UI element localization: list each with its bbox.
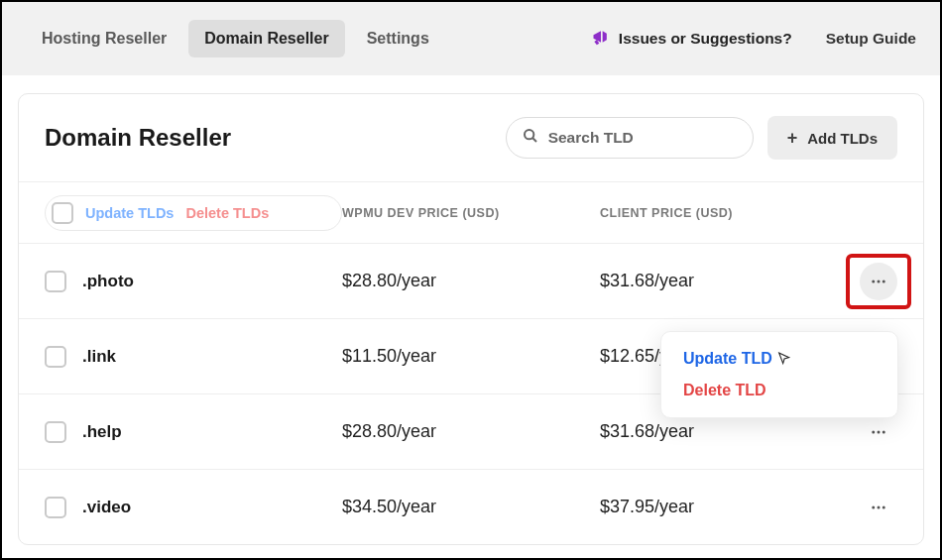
svg-point-9	[878, 430, 881, 433]
search-icon	[523, 128, 538, 148]
row-more-button[interactable]	[860, 413, 897, 451]
panel-actions: + Add TLDs	[506, 116, 897, 160]
client-price: $37.95/year	[600, 497, 828, 517]
svg-point-11	[872, 505, 875, 508]
cursor-icon	[776, 351, 792, 367]
tld-name: .link	[82, 347, 116, 367]
svg-point-3	[878, 280, 881, 282]
svg-point-4	[883, 280, 885, 282]
bulk-actions-pill: Update TLDs Delete TLDs	[45, 195, 342, 231]
issues-link[interactable]: Issues or Suggestions?	[591, 27, 792, 52]
svg-point-12	[878, 505, 881, 508]
table-row: .photo $28.80/year $31.68/year	[19, 243, 923, 318]
wpmu-price: $28.80/year	[342, 271, 600, 291]
row-checkbox[interactable]	[45, 271, 66, 292]
wpmu-price: $28.80/year	[342, 421, 600, 442]
svg-point-10	[883, 430, 885, 433]
svg-point-0	[525, 130, 533, 139]
row-more-button[interactable]	[860, 263, 897, 300]
table-row: .video $34.50/year $37.95/year	[19, 469, 923, 544]
page-title: Domain Reseller	[45, 124, 231, 152]
svg-point-2	[872, 280, 875, 282]
dropdown-update-label: Update TLD	[683, 350, 772, 368]
table-header-row: Update TLDs Delete TLDs WPMU DEV PRICE (…	[19, 181, 923, 243]
row-more-button[interactable]	[860, 489, 897, 526]
top-navbar: Hosting Reseller Domain Reseller Setting…	[2, 2, 940, 75]
add-tlds-button[interactable]: + Add TLDs	[767, 116, 897, 160]
bulk-delete-link[interactable]: Delete TLDs	[185, 205, 269, 221]
client-price: $31.68/year	[600, 421, 828, 442]
search-input[interactable]	[548, 129, 737, 147]
search-field[interactable]	[506, 117, 754, 159]
tld-name: .help	[82, 422, 122, 442]
svg-line-1	[532, 138, 536, 142]
svg-point-8	[872, 430, 875, 433]
dropdown-delete-tld[interactable]: Delete TLD	[683, 382, 876, 399]
wpmu-price: $11.50/year	[342, 346, 600, 367]
dropdown-update-tld[interactable]: Update TLD	[683, 350, 876, 368]
add-button-label: Add TLDs	[807, 130, 878, 147]
tab-domain-reseller[interactable]: Domain Reseller	[188, 20, 344, 57]
tld-panel: Domain Reseller + Add TLDs Update TLDs D…	[18, 93, 924, 545]
client-price: $31.68/year	[600, 271, 828, 291]
row-checkbox[interactable]	[45, 421, 66, 443]
tld-name: .video	[82, 498, 131, 517]
plus-icon: +	[787, 128, 798, 149]
tabs-group: Hosting Reseller Domain Reseller Setting…	[26, 20, 445, 57]
topbar-right: Issues or Suggestions? Setup Guide	[591, 27, 916, 52]
row-actions-dropdown: Update TLD Delete TLD	[660, 331, 898, 418]
row-checkbox[interactable]	[45, 346, 66, 368]
tab-settings[interactable]: Settings	[351, 20, 445, 57]
row-checkbox[interactable]	[45, 497, 66, 518]
column-wpmu-price: WPMU DEV PRICE (USD)	[342, 206, 600, 220]
tab-hosting-reseller[interactable]: Hosting Reseller	[26, 20, 182, 57]
svg-point-13	[883, 505, 885, 508]
megaphone-icon	[591, 27, 611, 52]
wpmu-price: $34.50/year	[342, 497, 600, 517]
bulk-update-link[interactable]: Update TLDs	[85, 205, 174, 221]
setup-guide-link[interactable]: Setup Guide	[826, 30, 916, 48]
panel-header: Domain Reseller + Add TLDs	[19, 94, 923, 181]
tld-name: .photo	[82, 272, 134, 291]
select-all-checkbox[interactable]	[52, 202, 73, 224]
column-client-price: CLIENT PRICE (USD)	[600, 206, 828, 220]
issues-label: Issues or Suggestions?	[619, 30, 792, 48]
